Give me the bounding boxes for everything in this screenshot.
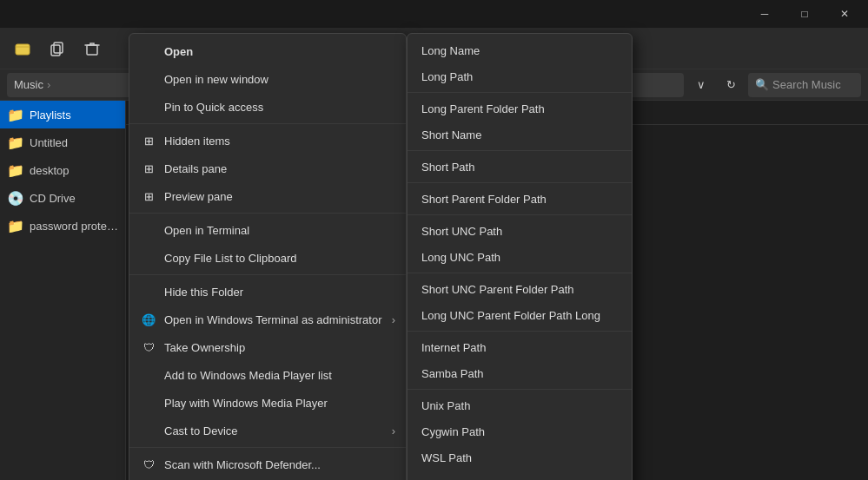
folder-icon: 📁 — [7, 107, 24, 123]
svg-rect-2 — [51, 45, 60, 56]
menu-item-hidden-items[interactable]: ⊞Hidden items — [129, 127, 406, 155]
svg-rect-1 — [54, 43, 63, 53]
cd-icon: 💿 — [7, 190, 24, 207]
submenu-separator — [407, 331, 632, 332]
menu-item-icon: 🛡 — [140, 341, 157, 354]
submenu-path-copy: Long NameLong PathLong Parent Folder Pat… — [407, 33, 633, 480]
title-bar: ─ □ ✕ — [0, 0, 868, 28]
breadcrumb-chevron: › — [47, 78, 50, 91]
menu-item-label: Play with Windows Media Player — [164, 397, 395, 410]
folder-icon: 📁 — [7, 135, 24, 151]
sidebar-item-label: password protected. — [30, 220, 118, 233]
submenu-item-long-path[interactable]: Long Path — [407, 63, 632, 89]
copy-button[interactable] — [42, 33, 73, 64]
submenu-item-short-name[interactable]: Short Name — [407, 122, 632, 148]
menu-item-label: Take Ownership — [164, 341, 395, 354]
context-menu: OpenOpen in new windowPin to Quick acces… — [129, 33, 407, 480]
menu-item-label: Cast to Device — [164, 424, 385, 437]
search-icon: 🔍 — [755, 78, 769, 91]
sidebar-item-desktop[interactable]: 📁 desktop — [0, 156, 125, 184]
menu-item-pin-quick[interactable]: Pin to Quick access — [129, 93, 406, 121]
folder-icon: 📁 — [7, 218, 24, 234]
submenu-item-cygwin-path[interactable]: Cygwin Path — [407, 418, 632, 444]
submenu-separator — [407, 150, 632, 151]
delete-button[interactable] — [76, 33, 108, 64]
menu-item-label: Hide this Folder — [164, 286, 395, 299]
menu-item-details-pane[interactable]: ⊞Details pane — [129, 155, 406, 182]
submenu-item-long-unc-parent[interactable]: Long UNC Parent Folder Path Long — [407, 302, 632, 328]
menu-item-add-wmp[interactable]: Add to Windows Media Player list — [129, 361, 406, 389]
maximize-button[interactable]: □ — [785, 0, 825, 28]
menu-separator — [129, 123, 406, 124]
menu-item-copy-file-list[interactable]: Copy File List to Clipboard — [129, 244, 406, 272]
menu-item-label: Hidden items — [164, 135, 395, 148]
menu-item-hide-folder[interactable]: Hide this Folder — [129, 278, 406, 306]
menu-item-label: Open — [164, 45, 395, 58]
menu-item-take-ownership[interactable]: 🛡Take Ownership — [129, 333, 406, 361]
submenu-separator — [407, 389, 632, 390]
menu-item-label: Details pane — [164, 162, 395, 175]
menu-item-icon: 🌐 — [140, 313, 157, 326]
menu-item-label: Open in new window — [164, 73, 395, 86]
submenu-item-short-parent-folder[interactable]: Short Parent Folder Path — [407, 186, 632, 212]
search-box[interactable]: 🔍 Search Music — [748, 73, 861, 97]
submenu-item-short-path[interactable]: Short Path — [407, 154, 632, 180]
menu-separator — [129, 213, 406, 214]
submenu-separator — [407, 182, 632, 183]
sidebar: 📁 Playlists 📁 Untitled 📁 desktop 💿 CD Dr… — [0, 101, 126, 480]
menu-item-open[interactable]: Open — [129, 37, 406, 65]
submenu-arrow-icon: › — [392, 313, 395, 326]
menu-item-label: Scan with Microsoft Defender... — [164, 458, 395, 471]
menu-item-icon: ⊞ — [140, 162, 157, 175]
search-placeholder: Search Music — [772, 78, 841, 91]
sidebar-item-playlists[interactable]: 📁 Playlists — [0, 101, 125, 128]
sidebar-item-label: Playlists — [30, 108, 71, 122]
sidebar-item-cddrive[interactable]: 💿 CD Drive — [0, 184, 125, 212]
menu-item-label: Open in Windows Terminal as administrato… — [164, 313, 385, 326]
submenu-item-internet-path[interactable]: Internet Path — [407, 334, 632, 360]
menu-separator — [129, 274, 406, 275]
menu-item-cast-device[interactable]: Cast to Device› — [129, 417, 406, 444]
submenu-item-short-unc-path[interactable]: Short UNC Path — [407, 218, 632, 244]
menu-item-open-new-window[interactable]: Open in new window — [129, 65, 406, 93]
menu-item-icon: ⊞ — [140, 135, 157, 148]
refresh-button[interactable]: ↻ — [719, 73, 743, 97]
menu-item-preview-pane[interactable]: ⊞Preview pane — [129, 182, 406, 210]
submenu-item-short-unc-parent[interactable]: Short UNC Parent Folder Path — [407, 276, 632, 302]
new-folder-button[interactable] — [7, 33, 38, 64]
menu-item-icon: ⊞ — [140, 190, 157, 203]
sidebar-item-untitled[interactable]: 📁 Untitled — [0, 128, 125, 156]
submenu-item-long-parent-folder[interactable]: Long Parent Folder Path — [407, 95, 632, 122]
close-button[interactable]: ✕ — [825, 0, 865, 28]
sidebar-item-password[interactable]: 📁 password protected. — [0, 212, 125, 240]
submenu-separator — [407, 92, 632, 93]
menu-item-label: Pin to Quick access — [164, 101, 395, 114]
submenu-item-long-unc-path[interactable]: Long UNC Path — [407, 244, 632, 270]
submenu-separator — [407, 214, 632, 215]
menu-item-label: Open in Terminal — [164, 224, 395, 237]
sidebar-item-label: desktop — [30, 164, 70, 177]
menu-separator — [129, 447, 406, 448]
svg-rect-3 — [87, 45, 97, 55]
submenu-arrow-icon: › — [392, 424, 395, 437]
menu-item-open-terminal[interactable]: Open in Terminal — [129, 216, 406, 244]
minimize-button[interactable]: ─ — [745, 0, 785, 28]
submenu-item-wsl-path[interactable]: WSL Path — [407, 444, 632, 470]
submenu-item-long-name[interactable]: Long Name — [407, 37, 632, 63]
menu-item-label: Copy File List to Clipboard — [164, 252, 395, 265]
sidebar-item-label: CD Drive — [30, 192, 76, 205]
menu-item-open-terminal-admin[interactable]: 🌐Open in Windows Terminal as administrat… — [129, 306, 406, 333]
svg-rect-0 — [16, 44, 30, 55]
menu-item-play-wmp[interactable]: Play with Windows Media Player — [129, 389, 406, 417]
submenu-separator — [407, 273, 632, 273]
menu-item-label: Add to Windows Media Player list — [164, 369, 395, 382]
menu-item-scan-defender[interactable]: 🛡Scan with Microsoft Defender... — [129, 450, 406, 478]
menu-item-icon: 🛡 — [140, 458, 157, 471]
submenu-item-samba-path[interactable]: Samba Path — [407, 360, 632, 386]
submenu-item-msys-path[interactable]: MSYS/MSYS2 Path — [407, 470, 632, 480]
submenu-item-unix-path[interactable]: Unix Path — [407, 392, 632, 418]
folder-icon: 📁 — [7, 162, 24, 179]
menu-item-label: Preview pane — [164, 190, 395, 203]
sidebar-item-label: Untitled — [30, 136, 68, 149]
dropdown-button[interactable]: ∨ — [689, 73, 713, 97]
